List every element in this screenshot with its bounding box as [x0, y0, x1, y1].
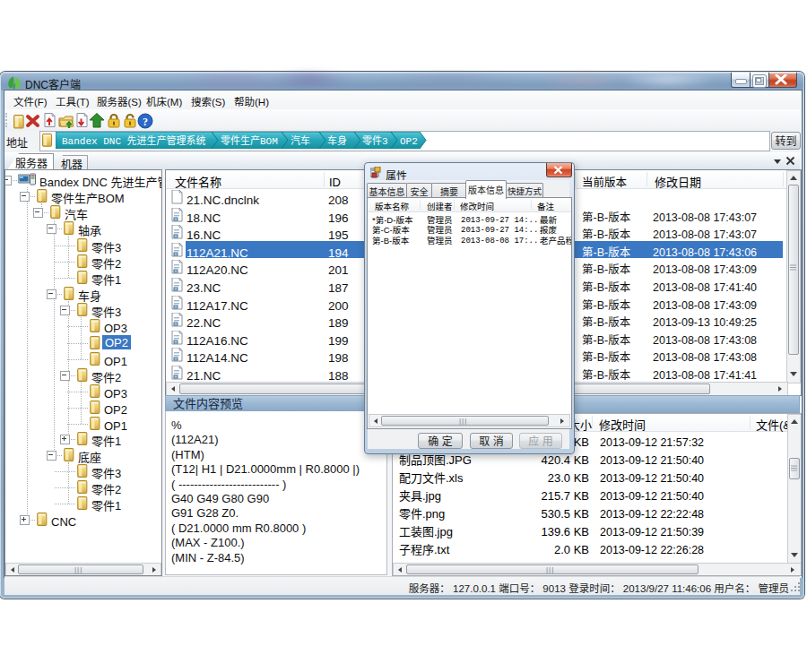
- svg-text:零件3: 零件3: [362, 133, 388, 147]
- svg-text:Bandex DNC 先进生产管理系统: Bandex DNC 先进生产管理系统: [62, 133, 206, 147]
- svg-text:零件生产BOM: 零件生产BOM: [221, 133, 278, 147]
- svg-text:?: ?: [143, 116, 148, 128]
- svg-text:车身: 车身: [327, 133, 347, 147]
- svg-text:汽车: 汽车: [291, 133, 310, 147]
- svg-text:OP2: OP2: [400, 133, 418, 147]
